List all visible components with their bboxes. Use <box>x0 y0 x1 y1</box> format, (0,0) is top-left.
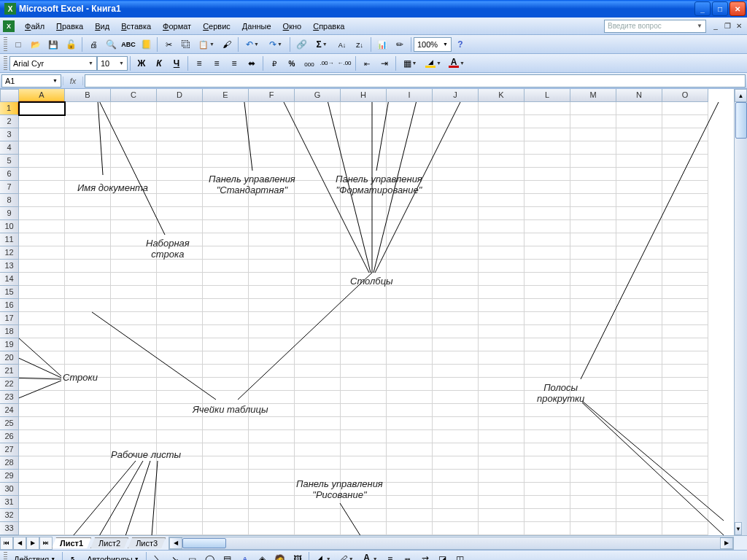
cell[interactable] <box>203 233 249 246</box>
print-button[interactable] <box>85 36 101 52</box>
cell[interactable] <box>616 299 662 312</box>
cell[interactable] <box>295 430 341 443</box>
cell[interactable] <box>249 338 295 351</box>
cell[interactable] <box>203 246 249 260</box>
cell[interactable] <box>295 102 341 115</box>
copy-button[interactable] <box>178 36 194 52</box>
cell[interactable] <box>295 338 341 351</box>
cell[interactable] <box>387 233 433 246</box>
cell[interactable] <box>65 312 111 325</box>
cell[interactable] <box>341 168 387 181</box>
cell[interactable] <box>111 417 157 430</box>
cell[interactable] <box>387 128 433 141</box>
cell[interactable] <box>525 378 570 391</box>
cell[interactable] <box>570 443 616 456</box>
cell[interactable] <box>616 115 662 128</box>
cell[interactable] <box>111 378 157 391</box>
cell[interactable] <box>479 207 525 220</box>
cell[interactable] <box>387 325 433 338</box>
row-header[interactable]: 11 <box>0 233 19 246</box>
cell[interactable] <box>662 325 708 338</box>
cell[interactable] <box>295 365 341 378</box>
cell[interactable] <box>662 522 708 535</box>
cell[interactable] <box>387 141 433 155</box>
font-color-draw-button[interactable]: A▼ <box>359 551 381 561</box>
permission-button[interactable]: 🔓 <box>63 36 79 52</box>
cell[interactable] <box>662 430 708 443</box>
cell[interactable] <box>479 483 525 496</box>
rectangle-button[interactable]: ▭ <box>185 551 201 561</box>
cell[interactable] <box>616 273 662 286</box>
cell[interactable] <box>203 378 249 391</box>
cell[interactable] <box>341 325 387 338</box>
cell[interactable] <box>111 128 157 141</box>
row-header[interactable]: 30 <box>0 483 19 496</box>
cell[interactable] <box>157 351 203 365</box>
row-header[interactable]: 2 <box>0 115 19 128</box>
cell[interactable] <box>616 246 662 260</box>
cell[interactable] <box>111 246 157 260</box>
cell[interactable] <box>479 246 525 260</box>
formula-input[interactable] <box>85 74 746 88</box>
cell[interactable] <box>387 115 433 128</box>
cell[interactable] <box>203 404 249 417</box>
cell[interactable] <box>157 483 203 496</box>
line-style-button[interactable]: ≡ <box>382 551 398 561</box>
cell[interactable] <box>157 496 203 509</box>
cell[interactable] <box>111 338 157 351</box>
cell[interactable] <box>111 391 157 404</box>
cell[interactable] <box>19 194 65 207</box>
cell[interactable] <box>249 325 295 338</box>
cell[interactable] <box>249 273 295 286</box>
cell[interactable] <box>387 181 433 194</box>
cell[interactable] <box>65 168 111 181</box>
cell[interactable] <box>65 378 111 391</box>
column-header[interactable]: E <box>203 89 249 102</box>
cell[interactable] <box>525 509 570 522</box>
cell[interactable] <box>19 128 65 141</box>
cell[interactable] <box>525 102 570 115</box>
cell[interactable] <box>479 456 525 470</box>
cell[interactable] <box>203 128 249 141</box>
cell[interactable] <box>479 168 525 181</box>
cell[interactable] <box>203 115 249 128</box>
cell[interactable] <box>479 443 525 456</box>
cell[interactable] <box>65 325 111 338</box>
cell[interactable] <box>662 102 708 115</box>
maximize-button[interactable]: □ <box>712 1 728 16</box>
cell[interactable] <box>616 443 662 456</box>
cell[interactable] <box>662 404 708 417</box>
cell[interactable] <box>19 522 65 535</box>
cell[interactable] <box>203 312 249 325</box>
cell[interactable] <box>111 207 157 220</box>
cell[interactable] <box>662 286 708 299</box>
cell[interactable] <box>387 522 433 535</box>
cell[interactable] <box>157 522 203 535</box>
cell[interactable] <box>249 522 295 535</box>
cell[interactable] <box>570 155 616 168</box>
cell[interactable] <box>525 220 570 233</box>
cell[interactable] <box>479 496 525 509</box>
menu-item[interactable]: Данные <box>236 20 277 32</box>
cell[interactable] <box>111 443 157 456</box>
cell[interactable] <box>525 155 570 168</box>
cell[interactable] <box>341 338 387 351</box>
paste-button[interactable]: ▼ <box>196 36 217 52</box>
cell[interactable] <box>525 246 570 260</box>
cell[interactable] <box>616 430 662 443</box>
cell[interactable] <box>387 404 433 417</box>
cell[interactable] <box>341 299 387 312</box>
row-header[interactable]: 27 <box>0 443 19 456</box>
cell[interactable] <box>479 325 525 338</box>
cell[interactable] <box>157 443 203 456</box>
cell[interactable] <box>662 246 708 260</box>
cell[interactable] <box>433 115 479 128</box>
decrease-indent-button[interactable] <box>359 55 375 71</box>
cell[interactable] <box>341 404 387 417</box>
column-header[interactable]: F <box>249 89 295 102</box>
cell[interactable] <box>570 496 616 509</box>
cell[interactable] <box>387 194 433 207</box>
cell[interactable] <box>525 181 570 194</box>
cell[interactable] <box>203 286 249 299</box>
cell[interactable] <box>65 155 111 168</box>
